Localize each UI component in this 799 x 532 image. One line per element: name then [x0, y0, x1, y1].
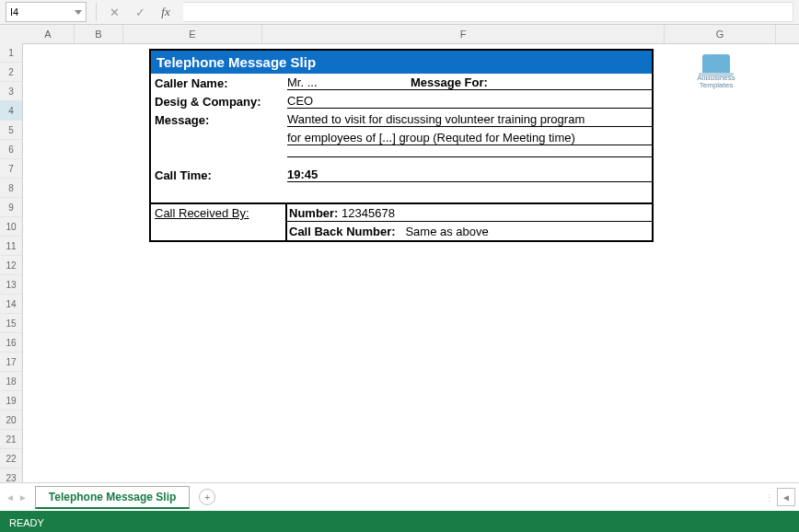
column-header[interactable]: B: [75, 25, 123, 43]
value-call-received-by[interactable]: [151, 222, 287, 240]
tabs-right-controls: ⋮ ◄: [765, 483, 795, 511]
row-header[interactable]: 1: [0, 43, 22, 63]
logo-line2: Templates: [700, 81, 733, 89]
scroll-left-icon[interactable]: ◄: [777, 488, 795, 506]
label-message: Message:: [151, 113, 287, 127]
row-header[interactable]: 10: [0, 217, 22, 237]
laptop-icon: [702, 54, 730, 73]
row-header[interactable]: 14: [0, 295, 22, 314]
label-call-time: Call Time:: [151, 168, 287, 182]
row-header[interactable]: 19: [0, 391, 22, 411]
row-header[interactable]: 21: [0, 430, 22, 449]
formula-input[interactable]: [183, 2, 793, 22]
fx-icon[interactable]: fx: [157, 4, 174, 20]
row-header[interactable]: 3: [0, 82, 22, 101]
row-header[interactable]: 13: [0, 275, 22, 295]
slip-title: Telephone Message Slip: [151, 51, 652, 74]
name-box[interactable]: I4: [6, 2, 87, 22]
row-header[interactable]: 16: [0, 333, 22, 353]
row-footer-2: Call Back Number: Same as above: [151, 222, 652, 240]
value-desig-company[interactable]: CEO: [287, 94, 652, 109]
row-header[interactable]: 6: [0, 140, 22, 159]
row-header[interactable]: 8: [0, 179, 22, 198]
column-header[interactable]: A: [22, 25, 75, 43]
row-header[interactable]: 11: [0, 237, 22, 256]
template-logo: AllBusiness Templates: [690, 54, 742, 89]
chevron-down-icon[interactable]: [75, 10, 82, 15]
row-header[interactable]: 20: [0, 411, 22, 430]
row-message-1: Message: Wanted to visit for discussing …: [151, 110, 652, 129]
formula-bar: I4 ✕ ✓ fx: [0, 0, 799, 25]
tab-prev-icon[interactable]: ◄: [6, 492, 15, 503]
sheet-tab-active[interactable]: Telephone Message Slip: [35, 486, 190, 509]
row-header[interactable]: 18: [0, 372, 22, 391]
row-message-3: [151, 147, 652, 166]
row-header[interactable]: 23: [0, 468, 22, 482]
row-headers: 1 2 3 4 5 6 7 8 9 10 11 12 13 14 15 16 1…: [0, 43, 23, 482]
column-headers: A B E F G: [22, 25, 799, 44]
row-header[interactable]: 17: [0, 353, 22, 372]
value-message-line1[interactable]: Wanted to visit for discussing volunteer…: [287, 112, 652, 127]
row-caller-name: Caller Name: Mr. ... Message For:: [151, 74, 652, 92]
status-text: READY: [9, 517, 44, 528]
drag-handle-icon[interactable]: ⋮: [765, 492, 775, 503]
label-caller-name: Caller Name:: [151, 76, 287, 90]
label-message-for: Message For:: [411, 75, 488, 89]
select-all-corner[interactable]: [0, 25, 23, 44]
name-box-value: I4: [10, 6, 18, 17]
cancel-icon[interactable]: ✕: [106, 4, 122, 20]
row-header[interactable]: 2: [0, 63, 22, 82]
value-message-line2[interactable]: for employees of [...] group (Requted fo…: [287, 131, 652, 145]
value-caller-name[interactable]: Mr. ... Message For:: [287, 75, 652, 90]
value-message-line3[interactable]: [287, 156, 652, 157]
column-header[interactable]: E: [123, 25, 262, 43]
row-header[interactable]: 7: [0, 159, 22, 179]
row-header[interactable]: 5: [0, 121, 22, 140]
divider: [96, 3, 97, 21]
status-bar: READY: [0, 511, 799, 532]
row-header[interactable]: 22: [0, 449, 22, 468]
row-header[interactable]: 4: [0, 101, 22, 121]
row-header[interactable]: 9: [0, 198, 22, 217]
tab-next-icon[interactable]: ►: [18, 492, 28, 503]
row-call-time: Call Time: 19:45: [151, 166, 652, 184]
column-header[interactable]: G: [665, 25, 776, 43]
sheet-tabs-bar: ◄ ► Telephone Message Slip + ⋮ ◄: [0, 482, 799, 511]
message-slip: Telephone Message Slip Caller Name: Mr. …: [149, 49, 654, 242]
value-number[interactable]: Number: 12345678: [287, 204, 652, 222]
row-desig: Desig & Company: CEO: [151, 92, 652, 110]
value-call-time[interactable]: 19:45: [287, 168, 652, 182]
label-desig-company: Desig & Company:: [151, 95, 287, 109]
row-message-2: for employees of [...] group (Requted fo…: [151, 129, 652, 147]
new-sheet-button[interactable]: +: [199, 489, 215, 505]
tab-nav: ◄ ►: [6, 492, 35, 503]
row-spacer: [151, 184, 652, 202]
column-header[interactable]: F: [262, 25, 665, 43]
row-footer-1: Call Received By: Number: 12345678: [151, 202, 652, 222]
row-header[interactable]: 15: [0, 314, 22, 333]
value-call-back-number[interactable]: Call Back Number: Same as above: [287, 222, 652, 240]
row-header[interactable]: 12: [0, 256, 22, 275]
confirm-icon[interactable]: ✓: [132, 4, 148, 20]
spreadsheet-grid[interactable]: A B E F G 1 2 3 4 5 6 7 8 9 10 11 12 13 …: [0, 25, 799, 482]
label-call-received-by: Call Received By:: [151, 204, 287, 222]
sheet-canvas[interactable]: AllBusiness Templates Telephone Message …: [22, 43, 799, 482]
